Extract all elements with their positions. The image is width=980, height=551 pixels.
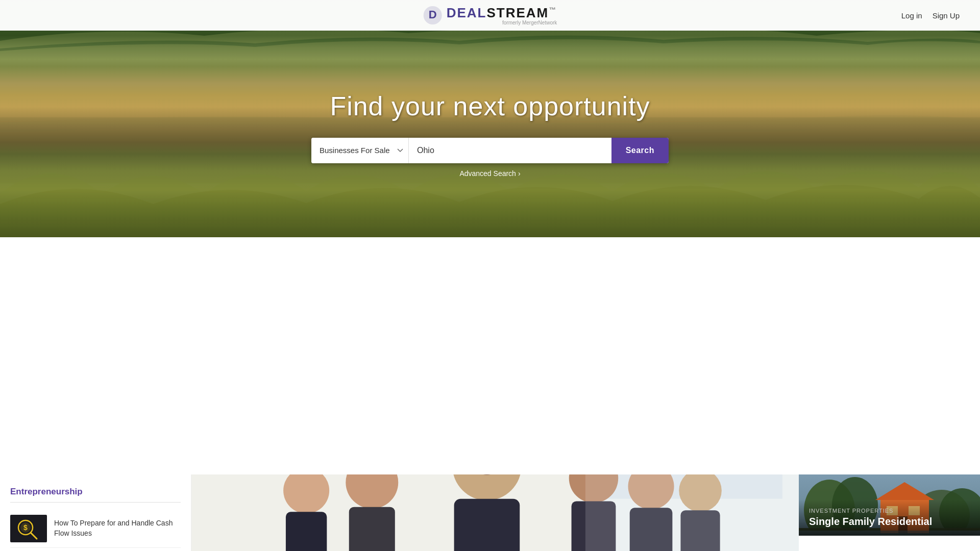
card-residential[interactable]: INVESTMENT PROPERTIES Single Family Resi… bbox=[799, 474, 980, 536]
hero-title: Find your next opportunity bbox=[330, 91, 650, 121]
sidebar-section-entrepreneurship: Entrepreneurship $ How To Prepare for an… bbox=[10, 487, 181, 551]
sidebar-section-title-entrepreneurship: Entrepreneurship bbox=[10, 487, 181, 503]
search-bar: Businesses For Sale Investment Propertie… bbox=[311, 138, 669, 163]
header-nav: Log in Sign Up bbox=[901, 11, 960, 20]
sidebar: Entrepreneurship $ How To Prepare for an… bbox=[0, 474, 191, 551]
svg-rect-30 bbox=[286, 512, 327, 551]
card-midmarket[interactable]: BUSINESSES FOR SALE Mid-Market Businesse… bbox=[191, 474, 799, 551]
search-button[interactable]: Search bbox=[611, 138, 669, 163]
svg-rect-26 bbox=[454, 499, 520, 551]
svg-rect-37 bbox=[585, 474, 799, 551]
sidebar-thumb-cashflow: $ bbox=[10, 515, 47, 542]
svg-text:$: $ bbox=[23, 523, 28, 532]
sidebar-item-courses[interactable]: Online Courses for Entrepreneurs bbox=[10, 548, 181, 551]
cashflow-thumbnail: $ bbox=[10, 515, 47, 542]
signup-link[interactable]: Sign Up bbox=[933, 11, 960, 20]
hero-section: Find your next opportunity Businesses Fo… bbox=[0, 0, 980, 237]
chevron-right-icon: › bbox=[518, 169, 521, 178]
photo-row-top: BUSINESSES FOR SALE Mid-Market Businesse… bbox=[191, 474, 980, 551]
photo-grid: BUSINESSES FOR SALE Mid-Market Businesse… bbox=[191, 474, 980, 551]
logo-formerly: formerly MergerNetwork bbox=[447, 20, 557, 26]
logo-deal: DEAL bbox=[447, 5, 487, 20]
hero-content: Find your next opportunity Businesses Fo… bbox=[0, 0, 980, 237]
main-content: Entrepreneurship $ How To Prepare for an… bbox=[0, 474, 980, 551]
card-residential-label: INVESTMENT PROPERTIES Single Family Resi… bbox=[799, 499, 980, 536]
logo-stream: STREAM bbox=[487, 5, 549, 20]
sidebar-item-cashflow[interactable]: $ How To Prepare for and Handle Cash Flo… bbox=[10, 510, 181, 548]
login-link[interactable]: Log in bbox=[901, 11, 922, 20]
svg-rect-28 bbox=[349, 507, 395, 551]
svg-text:D: D bbox=[429, 8, 437, 21]
header: D DEALSTREAM™ formerly MergerNetwork Log… bbox=[0, 0, 980, 31]
midmarket-image bbox=[191, 474, 799, 551]
card-residential-category: INVESTMENT PROPERTIES bbox=[809, 508, 970, 514]
advanced-search-link[interactable]: Advanced Search › bbox=[459, 169, 520, 178]
card-residential-title: Single Family Residential bbox=[809, 516, 970, 528]
search-type-dropdown[interactable]: Businesses For Sale Investment Propertie… bbox=[311, 138, 409, 163]
logo-text: DEALSTREAM™ bbox=[447, 5, 557, 20]
logo[interactable]: D DEALSTREAM™ formerly MergerNetwork bbox=[423, 5, 557, 26]
logo-icon: D bbox=[423, 6, 443, 25]
search-input[interactable] bbox=[409, 138, 611, 163]
sidebar-item-text-cashflow: How To Prepare for and Handle Cash Flow … bbox=[54, 518, 181, 538]
